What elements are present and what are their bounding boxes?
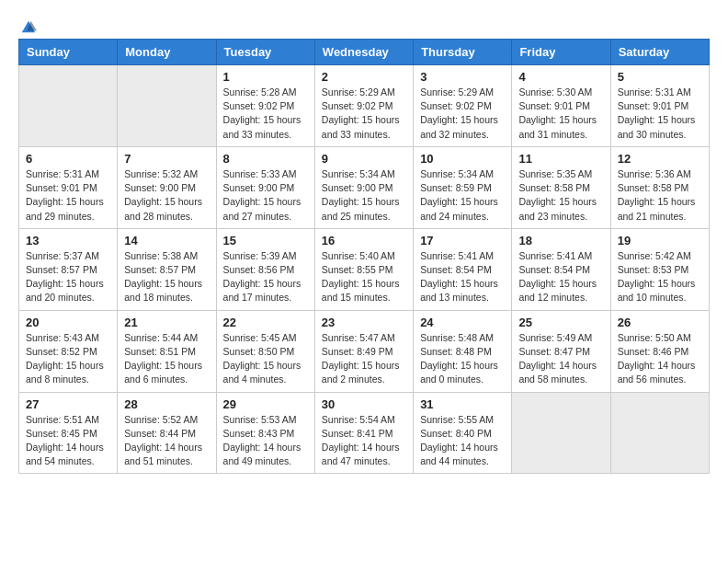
- calendar-cell: [19, 65, 118, 147]
- day-detail: Sunrise: 5:53 AM Sunset: 8:43 PM Dayligh…: [223, 413, 308, 469]
- day-detail: Sunrise: 5:37 AM Sunset: 8:57 PM Dayligh…: [26, 249, 110, 305]
- day-number: 3: [420, 70, 505, 84]
- day-number: 13: [26, 234, 110, 247]
- day-number: 9: [322, 152, 406, 166]
- day-detail: Sunrise: 5:40 AM Sunset: 8:55 PM Dayligh…: [322, 249, 406, 305]
- day-detail: Sunrise: 5:29 AM Sunset: 9:02 PM Dayligh…: [322, 86, 406, 142]
- day-number: 2: [322, 70, 406, 84]
- calendar-cell: 12Sunrise: 5:36 AM Sunset: 8:58 PM Dayli…: [610, 146, 709, 228]
- calendar-cell: 20Sunrise: 5:43 AM Sunset: 8:52 PM Dayli…: [19, 310, 118, 392]
- calendar-cell: 13Sunrise: 5:37 AM Sunset: 8:57 PM Dayli…: [19, 228, 118, 310]
- day-number: 28: [124, 397, 209, 411]
- day-number: 22: [223, 316, 308, 329]
- calendar-cell: 18Sunrise: 5:41 AM Sunset: 8:54 PM Dayli…: [512, 228, 610, 310]
- calendar-cell: [610, 392, 709, 474]
- day-detail: Sunrise: 5:36 AM Sunset: 8:58 PM Dayligh…: [618, 167, 702, 224]
- calendar-cell: 5Sunrise: 5:31 AM Sunset: 9:01 PM Daylig…: [610, 65, 709, 147]
- calendar-week-1: 1Sunrise: 5:28 AM Sunset: 9:02 PM Daylig…: [19, 65, 710, 147]
- day-number: 16: [322, 234, 406, 247]
- calendar-cell: 24Sunrise: 5:48 AM Sunset: 8:48 PM Dayli…: [414, 310, 512, 392]
- day-detail: Sunrise: 5:44 AM Sunset: 8:51 PM Dayligh…: [124, 331, 209, 387]
- day-detail: Sunrise: 5:38 AM Sunset: 8:57 PM Dayligh…: [124, 249, 209, 305]
- day-number: 1: [223, 70, 308, 84]
- calendar-week-2: 6Sunrise: 5:31 AM Sunset: 9:01 PM Daylig…: [19, 146, 710, 228]
- calendar-week-4: 20Sunrise: 5:43 AM Sunset: 8:52 PM Dayli…: [19, 310, 710, 392]
- day-detail: Sunrise: 5:29 AM Sunset: 9:02 PM Dayligh…: [420, 86, 505, 142]
- day-number: 14: [124, 234, 209, 247]
- day-detail: Sunrise: 5:47 AM Sunset: 8:49 PM Dayligh…: [322, 331, 406, 387]
- day-detail: Sunrise: 5:32 AM Sunset: 9:00 PM Dayligh…: [124, 167, 209, 224]
- day-detail: Sunrise: 5:34 AM Sunset: 8:59 PM Dayligh…: [420, 167, 505, 224]
- day-number: 18: [518, 234, 603, 247]
- day-detail: Sunrise: 5:31 AM Sunset: 9:01 PM Dayligh…: [618, 86, 702, 142]
- day-number: 23: [322, 316, 406, 329]
- day-detail: Sunrise: 5:34 AM Sunset: 9:00 PM Dayligh…: [322, 167, 406, 224]
- calendar-cell: 9Sunrise: 5:34 AM Sunset: 9:00 PM Daylig…: [314, 146, 413, 228]
- calendar-cell: 31Sunrise: 5:55 AM Sunset: 8:40 PM Dayli…: [414, 392, 512, 474]
- weekday-header-wednesday: Wednesday: [314, 40, 413, 65]
- calendar-cell: 10Sunrise: 5:34 AM Sunset: 8:59 PM Dayli…: [414, 146, 512, 228]
- day-detail: Sunrise: 5:41 AM Sunset: 8:54 PM Dayligh…: [420, 249, 505, 305]
- day-detail: Sunrise: 5:42 AM Sunset: 8:53 PM Dayligh…: [618, 249, 702, 305]
- day-detail: Sunrise: 5:28 AM Sunset: 9:02 PM Dayligh…: [223, 86, 308, 142]
- weekday-header-friday: Friday: [512, 40, 610, 65]
- day-detail: Sunrise: 5:43 AM Sunset: 8:52 PM Dayligh…: [26, 331, 110, 387]
- calendar-cell: 16Sunrise: 5:40 AM Sunset: 8:55 PM Dayli…: [314, 228, 413, 310]
- calendar-week-3: 13Sunrise: 5:37 AM Sunset: 8:57 PM Dayli…: [19, 228, 710, 310]
- calendar-cell: 1Sunrise: 5:28 AM Sunset: 9:02 PM Daylig…: [216, 65, 314, 147]
- calendar-cell: [118, 65, 216, 147]
- day-number: 8: [223, 152, 308, 166]
- calendar-cell: 30Sunrise: 5:54 AM Sunset: 8:41 PM Dayli…: [314, 392, 413, 474]
- calendar-week-5: 27Sunrise: 5:51 AM Sunset: 8:45 PM Dayli…: [19, 392, 710, 474]
- weekday-header-tuesday: Tuesday: [216, 40, 314, 65]
- day-number: 29: [223, 397, 308, 411]
- calendar-cell: 19Sunrise: 5:42 AM Sunset: 8:53 PM Dayli…: [610, 228, 709, 310]
- calendar-cell: 23Sunrise: 5:47 AM Sunset: 8:49 PM Dayli…: [314, 310, 413, 392]
- calendar-cell: 2Sunrise: 5:29 AM Sunset: 9:02 PM Daylig…: [314, 65, 413, 147]
- day-detail: Sunrise: 5:33 AM Sunset: 9:00 PM Dayligh…: [223, 167, 308, 224]
- day-number: 15: [223, 234, 308, 247]
- day-detail: Sunrise: 5:35 AM Sunset: 8:58 PM Dayligh…: [518, 167, 603, 224]
- day-number: 19: [618, 234, 702, 247]
- day-detail: Sunrise: 5:39 AM Sunset: 8:56 PM Dayligh…: [223, 249, 308, 305]
- calendar-cell: 7Sunrise: 5:32 AM Sunset: 9:00 PM Daylig…: [118, 146, 216, 228]
- calendar-cell: 29Sunrise: 5:53 AM Sunset: 8:43 PM Dayli…: [216, 392, 314, 474]
- calendar-cell: 15Sunrise: 5:39 AM Sunset: 8:56 PM Dayli…: [216, 228, 314, 310]
- day-number: 10: [420, 152, 505, 166]
- day-number: 21: [124, 316, 209, 329]
- calendar-table: SundayMondayTuesdayWednesdayThursdayFrid…: [18, 39, 710, 474]
- day-number: 6: [26, 152, 110, 166]
- day-number: 31: [420, 397, 505, 411]
- day-detail: Sunrise: 5:54 AM Sunset: 8:41 PM Dayligh…: [322, 413, 406, 469]
- calendar-cell: 6Sunrise: 5:31 AM Sunset: 9:01 PM Daylig…: [19, 146, 118, 228]
- day-number: 12: [618, 152, 702, 166]
- calendar-cell: [512, 392, 610, 474]
- day-number: 11: [518, 152, 603, 166]
- logo-icon: [20, 18, 37, 35]
- day-number: 5: [618, 70, 702, 84]
- day-number: 4: [518, 70, 603, 84]
- day-detail: Sunrise: 5:45 AM Sunset: 8:50 PM Dayligh…: [223, 331, 308, 387]
- logo: [18, 18, 37, 29]
- day-number: 30: [322, 397, 406, 411]
- day-number: 26: [618, 316, 702, 329]
- day-detail: Sunrise: 5:41 AM Sunset: 8:54 PM Dayligh…: [518, 249, 603, 305]
- day-number: 25: [518, 316, 603, 329]
- day-detail: Sunrise: 5:50 AM Sunset: 8:46 PM Dayligh…: [618, 331, 702, 387]
- calendar-cell: 8Sunrise: 5:33 AM Sunset: 9:00 PM Daylig…: [216, 146, 314, 228]
- day-detail: Sunrise: 5:52 AM Sunset: 8:44 PM Dayligh…: [124, 413, 209, 469]
- day-number: 17: [420, 234, 505, 247]
- calendar-cell: 4Sunrise: 5:30 AM Sunset: 9:01 PM Daylig…: [512, 65, 610, 147]
- day-detail: Sunrise: 5:51 AM Sunset: 8:45 PM Dayligh…: [26, 413, 110, 469]
- calendar-cell: 26Sunrise: 5:50 AM Sunset: 8:46 PM Dayli…: [610, 310, 709, 392]
- day-number: 20: [26, 316, 110, 329]
- day-number: 7: [124, 152, 209, 166]
- calendar-cell: 21Sunrise: 5:44 AM Sunset: 8:51 PM Dayli…: [118, 310, 216, 392]
- day-detail: Sunrise: 5:31 AM Sunset: 9:01 PM Dayligh…: [26, 167, 110, 224]
- day-detail: Sunrise: 5:48 AM Sunset: 8:48 PM Dayligh…: [420, 331, 505, 387]
- calendar-cell: 27Sunrise: 5:51 AM Sunset: 8:45 PM Dayli…: [19, 392, 118, 474]
- calendar-header-row: SundayMondayTuesdayWednesdayThursdayFrid…: [19, 40, 710, 65]
- day-number: 27: [26, 397, 110, 411]
- weekday-header-monday: Monday: [118, 40, 216, 65]
- calendar-cell: 25Sunrise: 5:49 AM Sunset: 8:47 PM Dayli…: [512, 310, 610, 392]
